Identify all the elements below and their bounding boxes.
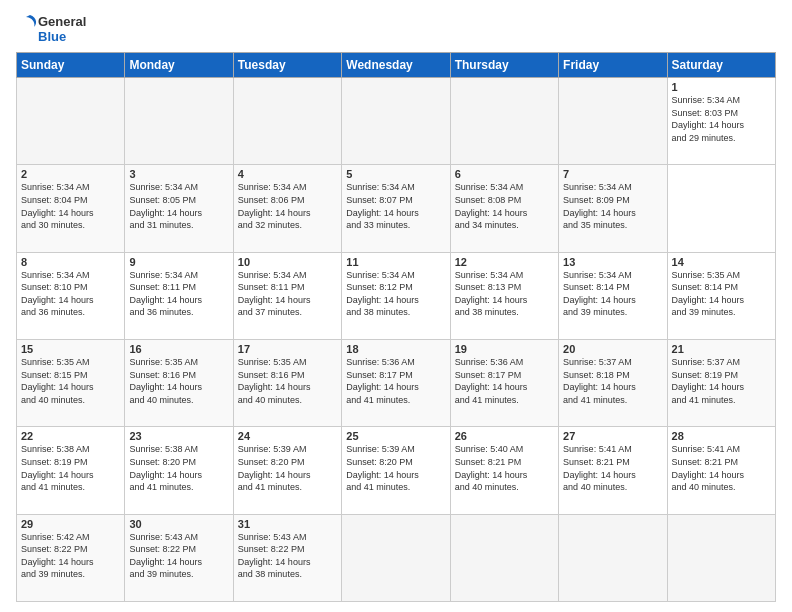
calendar-day-cell: 28Sunrise: 5:41 AMSunset: 8:21 PMDayligh… xyxy=(667,427,775,514)
calendar-day-cell: 16Sunrise: 5:35 AMSunset: 8:16 PMDayligh… xyxy=(125,339,233,426)
calendar-day-cell: 3Sunrise: 5:34 AMSunset: 8:05 PMDaylight… xyxy=(125,165,233,252)
cell-content: Sunrise: 5:38 AMSunset: 8:20 PMDaylight:… xyxy=(129,443,228,493)
cell-content: Sunrise: 5:35 AMSunset: 8:14 PMDaylight:… xyxy=(672,269,771,319)
calendar-day-cell: 1Sunrise: 5:34 AMSunset: 8:03 PMDaylight… xyxy=(667,78,775,165)
calendar-day-header: Tuesday xyxy=(233,53,341,78)
cell-content: Sunrise: 5:35 AMSunset: 8:16 PMDaylight:… xyxy=(129,356,228,406)
calendar-day-cell: 22Sunrise: 5:38 AMSunset: 8:19 PMDayligh… xyxy=(17,427,125,514)
calendar-day-header: Friday xyxy=(559,53,667,78)
day-number: 9 xyxy=(129,256,228,268)
cell-content: Sunrise: 5:34 AMSunset: 8:06 PMDaylight:… xyxy=(238,181,337,231)
calendar-week-row: 29Sunrise: 5:42 AMSunset: 8:22 PMDayligh… xyxy=(17,514,776,601)
calendar-day-cell: 8Sunrise: 5:34 AMSunset: 8:10 PMDaylight… xyxy=(17,252,125,339)
calendar-day-cell: 18Sunrise: 5:36 AMSunset: 8:17 PMDayligh… xyxy=(342,339,450,426)
day-number: 30 xyxy=(129,518,228,530)
cell-content: Sunrise: 5:39 AMSunset: 8:20 PMDaylight:… xyxy=(238,443,337,493)
calendar-day-cell: 4Sunrise: 5:34 AMSunset: 8:06 PMDaylight… xyxy=(233,165,341,252)
cell-content: Sunrise: 5:37 AMSunset: 8:18 PMDaylight:… xyxy=(563,356,662,406)
day-number: 14 xyxy=(672,256,771,268)
cell-content: Sunrise: 5:40 AMSunset: 8:21 PMDaylight:… xyxy=(455,443,554,493)
cell-content: Sunrise: 5:37 AMSunset: 8:19 PMDaylight:… xyxy=(672,356,771,406)
logo-line2: Blue xyxy=(38,29,86,44)
calendar-day-cell: 7Sunrise: 5:34 AMSunset: 8:09 PMDaylight… xyxy=(559,165,667,252)
day-number: 7 xyxy=(563,168,662,180)
calendar-day-cell: 9Sunrise: 5:34 AMSunset: 8:11 PMDaylight… xyxy=(125,252,233,339)
calendar-day-cell: 30Sunrise: 5:43 AMSunset: 8:22 PMDayligh… xyxy=(125,514,233,601)
calendar-day-header: Saturday xyxy=(667,53,775,78)
day-number: 13 xyxy=(563,256,662,268)
calendar-day-cell: 17Sunrise: 5:35 AMSunset: 8:16 PMDayligh… xyxy=(233,339,341,426)
cell-content: Sunrise: 5:34 AMSunset: 8:14 PMDaylight:… xyxy=(563,269,662,319)
calendar-day-cell: 11Sunrise: 5:34 AMSunset: 8:12 PMDayligh… xyxy=(342,252,450,339)
day-number: 17 xyxy=(238,343,337,355)
cell-content: Sunrise: 5:35 AMSunset: 8:15 PMDaylight:… xyxy=(21,356,120,406)
day-number: 26 xyxy=(455,430,554,442)
logo: General Blue xyxy=(16,14,86,44)
cell-content: Sunrise: 5:34 AMSunset: 8:10 PMDaylight:… xyxy=(21,269,120,319)
calendar-day-cell: 26Sunrise: 5:40 AMSunset: 8:21 PMDayligh… xyxy=(450,427,558,514)
day-number: 18 xyxy=(346,343,445,355)
calendar-day-cell: 31Sunrise: 5:43 AMSunset: 8:22 PMDayligh… xyxy=(233,514,341,601)
calendar-day-cell: 12Sunrise: 5:34 AMSunset: 8:13 PMDayligh… xyxy=(450,252,558,339)
calendar-empty-cell xyxy=(125,78,233,165)
calendar-week-row: 15Sunrise: 5:35 AMSunset: 8:15 PMDayligh… xyxy=(17,339,776,426)
calendar-day-cell: 10Sunrise: 5:34 AMSunset: 8:11 PMDayligh… xyxy=(233,252,341,339)
calendar-empty-cell xyxy=(559,514,667,601)
calendar-empty-cell xyxy=(559,78,667,165)
calendar-day-cell: 24Sunrise: 5:39 AMSunset: 8:20 PMDayligh… xyxy=(233,427,341,514)
cell-content: Sunrise: 5:34 AMSunset: 8:11 PMDaylight:… xyxy=(238,269,337,319)
calendar-day-cell: 19Sunrise: 5:36 AMSunset: 8:17 PMDayligh… xyxy=(450,339,558,426)
cell-content: Sunrise: 5:36 AMSunset: 8:17 PMDaylight:… xyxy=(455,356,554,406)
cell-content: Sunrise: 5:43 AMSunset: 8:22 PMDaylight:… xyxy=(238,531,337,581)
calendar-day-cell: 2Sunrise: 5:34 AMSunset: 8:04 PMDaylight… xyxy=(17,165,125,252)
day-number: 21 xyxy=(672,343,771,355)
calendar-day-cell: 27Sunrise: 5:41 AMSunset: 8:21 PMDayligh… xyxy=(559,427,667,514)
page: General Blue SundayMondayTuesdayWednesda… xyxy=(0,0,792,612)
day-number: 11 xyxy=(346,256,445,268)
cell-content: Sunrise: 5:41 AMSunset: 8:21 PMDaylight:… xyxy=(563,443,662,493)
day-number: 2 xyxy=(21,168,120,180)
cell-content: Sunrise: 5:34 AMSunset: 8:09 PMDaylight:… xyxy=(563,181,662,231)
calendar-day-cell: 21Sunrise: 5:37 AMSunset: 8:19 PMDayligh… xyxy=(667,339,775,426)
calendar-day-cell: 15Sunrise: 5:35 AMSunset: 8:15 PMDayligh… xyxy=(17,339,125,426)
calendar-week-row: 8Sunrise: 5:34 AMSunset: 8:10 PMDaylight… xyxy=(17,252,776,339)
calendar-empty-cell xyxy=(450,514,558,601)
cell-content: Sunrise: 5:34 AMSunset: 8:11 PMDaylight:… xyxy=(129,269,228,319)
cell-content: Sunrise: 5:34 AMSunset: 8:04 PMDaylight:… xyxy=(21,181,120,231)
calendar-day-cell: 20Sunrise: 5:37 AMSunset: 8:18 PMDayligh… xyxy=(559,339,667,426)
day-number: 31 xyxy=(238,518,337,530)
calendar-week-row: 1Sunrise: 5:34 AMSunset: 8:03 PMDaylight… xyxy=(17,78,776,165)
day-number: 15 xyxy=(21,343,120,355)
day-number: 19 xyxy=(455,343,554,355)
day-number: 8 xyxy=(21,256,120,268)
calendar-header-row: SundayMondayTuesdayWednesdayThursdayFrid… xyxy=(17,53,776,78)
calendar-empty-cell xyxy=(342,78,450,165)
cell-content: Sunrise: 5:34 AMSunset: 8:13 PMDaylight:… xyxy=(455,269,554,319)
day-number: 12 xyxy=(455,256,554,268)
header: General Blue xyxy=(16,10,776,44)
day-number: 5 xyxy=(346,168,445,180)
day-number: 23 xyxy=(129,430,228,442)
cell-content: Sunrise: 5:34 AMSunset: 8:03 PMDaylight:… xyxy=(672,94,771,144)
calendar-day-cell: 6Sunrise: 5:34 AMSunset: 8:08 PMDaylight… xyxy=(450,165,558,252)
calendar-table: SundayMondayTuesdayWednesdayThursdayFrid… xyxy=(16,52,776,602)
day-number: 25 xyxy=(346,430,445,442)
cell-content: Sunrise: 5:41 AMSunset: 8:21 PMDaylight:… xyxy=(672,443,771,493)
day-number: 3 xyxy=(129,168,228,180)
day-number: 6 xyxy=(455,168,554,180)
cell-content: Sunrise: 5:34 AMSunset: 8:05 PMDaylight:… xyxy=(129,181,228,231)
cell-content: Sunrise: 5:36 AMSunset: 8:17 PMDaylight:… xyxy=(346,356,445,406)
cell-content: Sunrise: 5:34 AMSunset: 8:08 PMDaylight:… xyxy=(455,181,554,231)
calendar-day-cell: 25Sunrise: 5:39 AMSunset: 8:20 PMDayligh… xyxy=(342,427,450,514)
day-number: 27 xyxy=(563,430,662,442)
calendar-day-cell: 13Sunrise: 5:34 AMSunset: 8:14 PMDayligh… xyxy=(559,252,667,339)
calendar-day-cell: 29Sunrise: 5:42 AMSunset: 8:22 PMDayligh… xyxy=(17,514,125,601)
calendar-day-cell: 23Sunrise: 5:38 AMSunset: 8:20 PMDayligh… xyxy=(125,427,233,514)
calendar-empty-cell xyxy=(450,78,558,165)
logo-line1: General xyxy=(38,14,86,29)
cell-content: Sunrise: 5:35 AMSunset: 8:16 PMDaylight:… xyxy=(238,356,337,406)
cell-content: Sunrise: 5:34 AMSunset: 8:07 PMDaylight:… xyxy=(346,181,445,231)
day-number: 16 xyxy=(129,343,228,355)
day-number: 1 xyxy=(672,81,771,93)
calendar-week-row: 22Sunrise: 5:38 AMSunset: 8:19 PMDayligh… xyxy=(17,427,776,514)
